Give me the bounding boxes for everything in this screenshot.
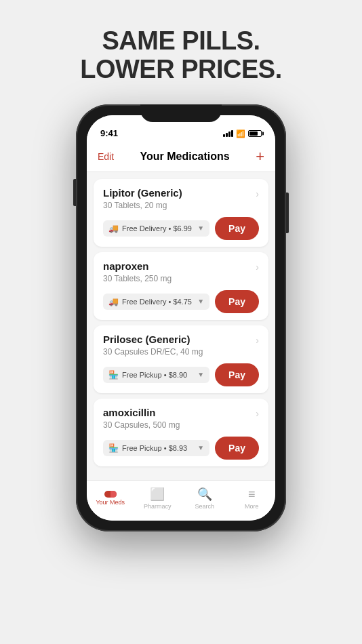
med-header-2[interactable]: Prilosec (Generic) › [103,334,259,346]
tab-your-meds[interactable]: Your Meds [87,491,134,506]
phone-outer: 9:41 📶 Edit Your Medicat [76,104,286,531]
tab-bar: Your Meds ⬜ Pharmacy 🔍 Search ≡ More [87,480,275,521]
tab-more[interactable]: ≡ More [228,487,276,510]
chevron-right-icon-0: › [256,188,259,199]
status-icons: 📶 [223,129,262,138]
phone-notch [140,104,222,122]
tab-your-meds-label: Your Meds [96,499,125,506]
med-footer-1: 🚚 Free Delivery • $4.75 ▼ Pay [103,290,259,313]
delivery-text-0: Free Delivery • $6.99 [122,224,194,233]
dropdown-arrow-0: ▼ [197,224,204,232]
signal-icon [223,130,233,137]
dropdown-arrow-1: ▼ [197,298,204,305]
pay-button-1[interactable]: Pay [215,290,259,313]
chevron-right-icon-2: › [256,335,259,346]
med-name-1: naproxen [103,260,149,272]
medication-card-2: Prilosec (Generic) › 30 Capsules DR/EC, … [94,325,268,393]
med-details-1: 30 Tablets, 250 mg [103,274,259,283]
headline: SAME PILLS. LOWER PRICES. [80,27,282,84]
headline-line2: LOWER PRICES. [80,56,282,84]
medication-card-0: Lipitor (Generic) › 30 Tablets, 20 mg 🚚 … [94,179,268,247]
chevron-right-icon-1: › [256,262,259,273]
delivery-text-1: Free Delivery • $4.75 [122,298,194,306]
delivery-badge-1[interactable]: 🚚 Free Delivery • $4.75 ▼ [103,294,209,310]
delivery-truck-icon-1: 🚚 [108,297,119,306]
medication-card-1: naproxen › 30 Tablets, 250 mg 🚚 Free Del… [94,252,268,320]
med-header-3[interactable]: amoxicillin › [103,407,259,419]
med-details-2: 30 Capsules DR/EC, 40 mg [103,347,259,357]
edit-button[interactable]: Edit [98,151,114,162]
delivery-badge-2[interactable]: 🏪 Free Pickup • $8.90 ▼ [103,367,209,383]
tab-search[interactable]: 🔍 Search [181,487,228,510]
status-time: 9:41 [100,128,118,138]
tab-more-label: More [245,503,259,510]
med-footer-0: 🚚 Free Delivery • $6.99 ▼ Pay [103,217,259,240]
headline-line1: SAME PILLS. [80,27,282,56]
add-medication-button[interactable]: + [256,149,264,164]
wifi-icon: 📶 [236,129,245,138]
tab-search-label: Search [195,503,214,510]
med-name-3: amoxicillin [103,407,156,418]
battery-icon [248,130,262,137]
phone-screen: 9:41 📶 Edit Your Medicat [87,115,275,521]
pill-icon [104,491,117,498]
pay-button-2[interactable]: Pay [215,363,259,386]
delivery-badge-0[interactable]: 🚚 Free Delivery • $6.99 ▼ [103,220,209,237]
search-icon: 🔍 [197,487,212,502]
pay-button-0[interactable]: Pay [215,217,259,240]
med-footer-2: 🏪 Free Pickup • $8.90 ▼ Pay [103,363,259,386]
delivery-badge-3[interactable]: 🏪 Free Pickup • $8.93 ▼ [103,440,209,456]
med-footer-3: 🏪 Free Pickup • $8.93 ▼ Pay [103,437,259,460]
tab-pharmacy[interactable]: ⬜ Pharmacy [134,487,182,510]
med-header-1[interactable]: naproxen › [103,260,259,273]
more-icon: ≡ [248,487,256,502]
pharmacy-icon: ⬜ [150,487,165,502]
med-details-3: 30 Capsules, 500 mg [103,420,259,430]
phone-mockup: 9:41 📶 Edit Your Medicat [76,104,286,531]
med-name-0: Lipitor (Generic) [103,187,182,199]
med-header-0[interactable]: Lipitor (Generic) › [103,187,259,199]
dropdown-arrow-2: ▼ [197,371,204,378]
medication-card-3: amoxicillin › 30 Capsules, 500 mg 🏪 Free… [94,399,268,466]
med-name-2: Prilosec (Generic) [103,334,190,345]
delivery-text-2: Free Pickup • $8.90 [122,371,194,379]
delivery-truck-icon-0: 🚚 [108,224,119,233]
pickup-store-icon-2: 🏪 [108,370,119,380]
pay-button-3[interactable]: Pay [215,437,259,460]
nav-bar: Edit Your Medications + [87,142,275,172]
page-title: Your Medications [140,150,230,163]
tab-pharmacy-label: Pharmacy [144,503,172,510]
med-details-0: 30 Tablets, 20 mg [103,201,259,210]
chevron-right-icon-3: › [256,408,259,419]
dropdown-arrow-3: ▼ [197,444,204,451]
delivery-text-3: Free Pickup • $8.93 [122,444,194,452]
medications-list: Lipitor (Generic) › 30 Tablets, 20 mg 🚚 … [87,172,275,480]
pickup-store-icon-3: 🏪 [108,443,119,453]
